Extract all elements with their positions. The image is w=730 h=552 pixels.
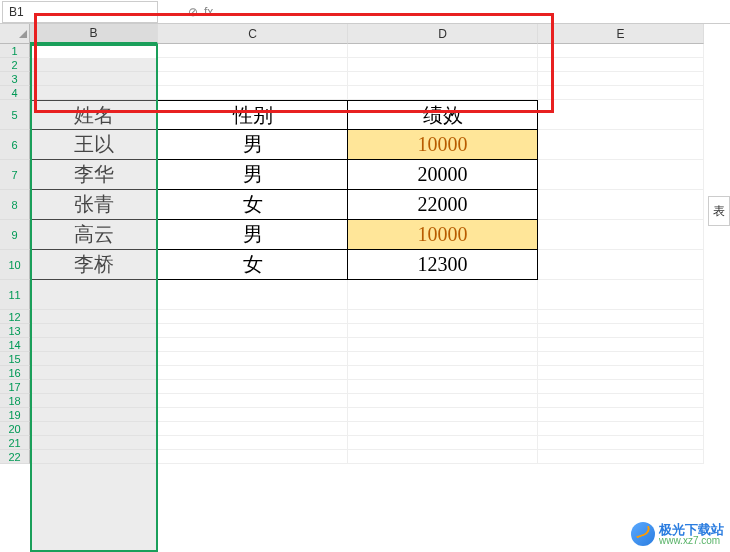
cell[interactable]	[158, 380, 348, 394]
cell[interactable]	[538, 310, 704, 324]
column-header-c[interactable]: C	[158, 24, 348, 44]
row-header[interactable]: 18	[0, 394, 30, 408]
cell[interactable]	[538, 72, 704, 86]
cell[interactable]	[348, 324, 538, 338]
cell[interactable]	[30, 58, 158, 72]
cell[interactable]	[158, 58, 348, 72]
row-header[interactable]: 6	[0, 130, 30, 160]
cell[interactable]	[538, 58, 704, 72]
row-header[interactable]: 9	[0, 220, 30, 250]
cell[interactable]	[538, 250, 704, 280]
cell[interactable]	[538, 160, 704, 190]
row-header[interactable]: 22	[0, 450, 30, 464]
select-all-corner[interactable]	[0, 24, 30, 44]
cell-performance[interactable]: 12300	[348, 250, 538, 280]
cell-performance[interactable]: 10000	[348, 130, 538, 160]
cell[interactable]	[538, 86, 704, 100]
cell[interactable]	[348, 450, 538, 464]
column-header-b[interactable]: B	[30, 24, 158, 44]
cell[interactable]	[158, 280, 348, 310]
column-header-e[interactable]: E	[538, 24, 704, 44]
cell[interactable]	[30, 422, 158, 436]
cell[interactable]	[30, 408, 158, 422]
cell[interactable]	[348, 408, 538, 422]
cell[interactable]	[348, 380, 538, 394]
cell[interactable]	[30, 280, 158, 310]
cell[interactable]	[158, 72, 348, 86]
cell[interactable]	[30, 310, 158, 324]
row-header[interactable]: 11	[0, 280, 30, 310]
column-header-d[interactable]: D	[348, 24, 538, 44]
cell-header-gender[interactable]: 性别	[158, 100, 348, 130]
cell[interactable]	[348, 394, 538, 408]
cell-gender[interactable]: 女	[158, 190, 348, 220]
cell[interactable]	[538, 352, 704, 366]
cell[interactable]	[158, 86, 348, 100]
cell[interactable]	[538, 280, 704, 310]
cells-area[interactable]: 姓名 性别 绩效 王以 男 10000 李华 男 20000 张青	[30, 44, 704, 464]
row-header[interactable]: 1	[0, 44, 30, 58]
cell-gender[interactable]: 男	[158, 130, 348, 160]
cell[interactable]	[348, 310, 538, 324]
cell[interactable]	[348, 72, 538, 86]
row-header[interactable]: 16	[0, 366, 30, 380]
cell[interactable]	[538, 422, 704, 436]
cell[interactable]	[348, 338, 538, 352]
cell-performance[interactable]: 10000	[348, 220, 538, 250]
cell[interactable]	[30, 324, 158, 338]
cell[interactable]	[348, 436, 538, 450]
cell-name[interactable]: 李华	[30, 160, 158, 190]
row-header[interactable]: 8	[0, 190, 30, 220]
cell[interactable]	[30, 450, 158, 464]
cell[interactable]	[348, 422, 538, 436]
cell[interactable]	[538, 100, 704, 130]
cell[interactable]	[30, 44, 158, 58]
cell[interactable]	[30, 72, 158, 86]
row-header[interactable]: 21	[0, 436, 30, 450]
row-header[interactable]: 7	[0, 160, 30, 190]
row-header[interactable]: 12	[0, 310, 30, 324]
cell[interactable]	[30, 436, 158, 450]
cell[interactable]	[158, 310, 348, 324]
name-box[interactable]: B1	[2, 1, 158, 23]
cell[interactable]	[348, 280, 538, 310]
cell[interactable]	[30, 338, 158, 352]
row-header[interactable]: 5	[0, 100, 30, 130]
side-panel-tab[interactable]: 表	[708, 196, 730, 226]
row-header[interactable]: 20	[0, 422, 30, 436]
row-header[interactable]: 17	[0, 380, 30, 394]
fx-icon[interactable]: fx	[204, 5, 213, 19]
cell[interactable]	[158, 450, 348, 464]
cell-name[interactable]: 张青	[30, 190, 158, 220]
cell-performance[interactable]: 22000	[348, 190, 538, 220]
cell[interactable]	[348, 352, 538, 366]
cell-gender[interactable]: 男	[158, 220, 348, 250]
cell[interactable]	[158, 44, 348, 58]
row-header[interactable]: 2	[0, 58, 30, 72]
cell-header-name[interactable]: 姓名	[30, 100, 158, 130]
cell-header-performance[interactable]: 绩效	[348, 100, 538, 130]
cell[interactable]	[158, 408, 348, 422]
cell[interactable]	[158, 366, 348, 380]
cell[interactable]	[538, 324, 704, 338]
cell[interactable]	[538, 408, 704, 422]
cell[interactable]	[538, 450, 704, 464]
cell-gender[interactable]: 男	[158, 160, 348, 190]
cell[interactable]	[538, 44, 704, 58]
cell[interactable]	[348, 58, 538, 72]
row-header[interactable]: 15	[0, 352, 30, 366]
cell[interactable]	[348, 366, 538, 380]
row-header[interactable]: 3	[0, 72, 30, 86]
cell[interactable]	[538, 338, 704, 352]
cell[interactable]	[538, 366, 704, 380]
cell[interactable]	[30, 366, 158, 380]
cell[interactable]	[538, 394, 704, 408]
cell[interactable]	[348, 86, 538, 100]
cell[interactable]	[30, 394, 158, 408]
cell[interactable]	[538, 220, 704, 250]
cell[interactable]	[538, 436, 704, 450]
cell[interactable]	[30, 86, 158, 100]
row-header[interactable]: 13	[0, 324, 30, 338]
cell[interactable]	[538, 380, 704, 394]
cell-name[interactable]: 李桥	[30, 250, 158, 280]
